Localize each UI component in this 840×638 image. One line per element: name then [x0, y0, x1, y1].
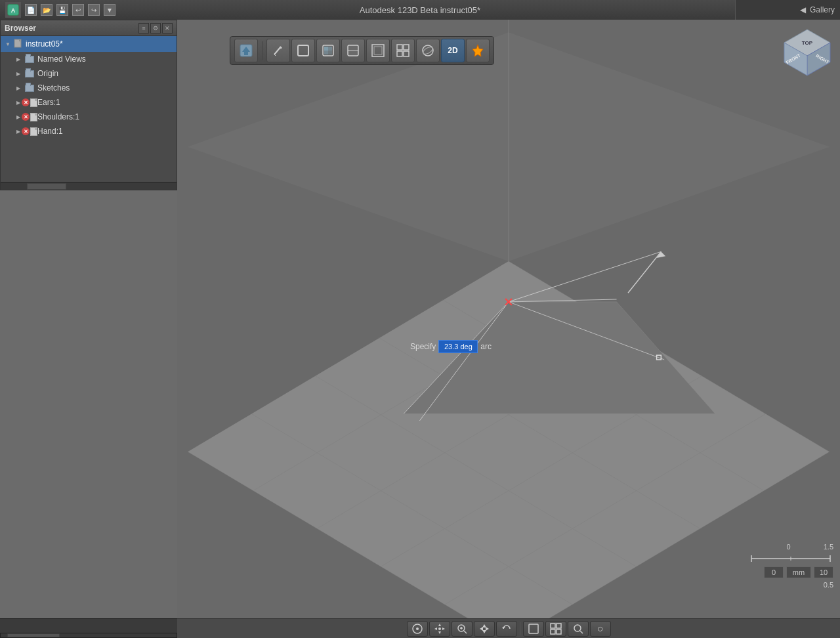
tree-item-ears[interactable]: ▶ ✕ Ears:1	[1, 95, 177, 110]
svg-line-29	[251, 414, 572, 604]
svg-line-31	[379, 337, 700, 528]
grid-btn[interactable]	[391, 39, 415, 62]
save-btn[interactable]: 💾	[56, 4, 68, 16]
2d-btn[interactable]: 2D	[441, 39, 465, 62]
svg-marker-26	[472, 45, 483, 56]
svg-rect-19	[374, 47, 382, 54]
origin-arrow: ▶	[14, 69, 23, 78]
app-icon[interactable]: A	[5, 2, 21, 18]
zoom-fit-btn[interactable]	[452, 621, 472, 637]
view-sel-btn[interactable]	[545, 621, 566, 637]
specify-tooltip: Specify arc	[410, 340, 492, 353]
scale-numbers: 0 1.5	[787, 543, 833, 551]
gallery-strip[interactable]: ◀ Gallery	[735, 0, 840, 20]
sketches-label: Sketches	[37, 83, 70, 93]
svg-rect-10	[298, 45, 308, 56]
svg-rect-14	[324, 51, 328, 54]
redo-title-btn[interactable]: ↪	[88, 4, 100, 16]
frame-btn[interactable]	[366, 39, 390, 62]
tree-item-origin[interactable]: ▶ Origin	[1, 66, 177, 81]
title-bar: A 📄 📂 💾 ↩ ↪ ▼ Autodesk 123D Beta instruc…	[0, 0, 840, 20]
root-expand-arrow: ▼	[3, 39, 12, 49]
browser-scrollbar[interactable]	[1, 182, 177, 190]
svg-line-70	[464, 631, 467, 633]
status-bar	[0, 618, 177, 638]
end-btn[interactable]: ○	[590, 621, 611, 637]
named-views-label: Named Views	[37, 54, 86, 64]
gallery-arrow-icon: ◀	[800, 5, 806, 14]
browser-header-buttons: ≡ ⚙ ✕	[138, 23, 173, 33]
zoom-btn[interactable]	[568, 621, 589, 637]
sketches-arrow: ▶	[14, 83, 23, 93]
svg-marker-64	[438, 624, 441, 626]
open-btn[interactable]: 📂	[41, 4, 52, 16]
svg-line-84	[580, 631, 583, 633]
svg-rect-79	[551, 624, 555, 628]
svg-rect-15	[328, 51, 332, 54]
new-btn[interactable]: 📄	[25, 4, 37, 16]
back-view-btn[interactable]	[341, 39, 365, 62]
viewport-svg	[177, 20, 840, 618]
scale-zoom-box[interactable]: 10	[814, 566, 833, 578]
more-btn[interactable]: ▼	[104, 4, 116, 16]
undo-nav-btn[interactable]	[496, 621, 517, 637]
browser-panel: Browser ≡ ⚙ ✕ ▼ instruct05* ▶ Named View…	[0, 20, 177, 190]
browser-settings-btn[interactable]: ⚙	[150, 23, 161, 33]
browser-header: Browser ≡ ⚙ ✕	[1, 20, 177, 36]
svg-text:TOP: TOP	[802, 40, 813, 46]
tree-item-hand[interactable]: ▶ ✕ Hand:1	[1, 124, 177, 138]
scale-line	[748, 552, 833, 565]
svg-rect-23	[404, 51, 409, 56]
svg-rect-80	[556, 624, 561, 628]
undo-title-btn[interactable]: ↩	[72, 4, 84, 16]
orbit-btn[interactable]	[416, 39, 440, 62]
tree-item-named-views[interactable]: ▶ Named Views	[1, 52, 177, 66]
frame-sel-btn[interactable]	[523, 621, 544, 637]
tree-item-sketches[interactable]: ▶ Sketches	[1, 81, 177, 95]
browser-title: Browser	[5, 24, 36, 33]
hand-error-icon: ✕	[24, 127, 35, 136]
svg-marker-41	[404, 302, 715, 414]
browser-close-btn[interactable]: ✕	[162, 23, 173, 33]
scale-mid-val: 0.5	[824, 581, 833, 589]
scale-bar: 0 1.5 0 mm 10 0.5	[748, 543, 833, 589]
scale-value-box: 0	[764, 566, 784, 578]
viewport[interactable]: Specify arc TOP FRONT RIGHT 0 1.5	[177, 20, 840, 618]
view-cube[interactable]: TOP FRONT RIGHT	[781, 26, 833, 79]
browser-root-item[interactable]: ▼ instruct05*	[1, 36, 177, 52]
svg-rect-49	[657, 355, 662, 360]
svg-line-7	[274, 47, 281, 54]
svg-line-46	[509, 302, 664, 360]
hand-label: Hand:1	[37, 127, 63, 136]
specify-input[interactable]	[438, 340, 478, 353]
svg-marker-66	[434, 627, 437, 630]
specify-label: Specify	[410, 342, 436, 351]
main-toolbar: 2D	[230, 36, 494, 65]
front-view-btn[interactable]	[291, 39, 315, 62]
svg-line-33	[509, 261, 830, 452]
svg-line-45	[509, 251, 661, 301]
pencil-btn[interactable]	[266, 39, 290, 62]
browser-list-btn[interactable]: ≡	[138, 23, 149, 33]
ears-label: Ears:1	[37, 98, 60, 107]
svg-line-48	[505, 299, 512, 305]
home-btn[interactable]	[234, 39, 258, 62]
rotate-view-btn[interactable]	[316, 39, 340, 62]
move-btn[interactable]	[474, 621, 495, 637]
shoulders-error-icon: ✕	[24, 112, 35, 121]
svg-line-36	[381, 375, 702, 566]
svg-rect-13	[328, 47, 332, 51]
svg-line-44	[419, 302, 509, 421]
svg-point-83	[574, 625, 581, 631]
svg-rect-20	[397, 45, 402, 50]
named-views-arrow: ▶	[14, 54, 23, 64]
bottom-toolbar: ○	[177, 618, 840, 638]
pan-btn[interactable]	[429, 621, 450, 637]
tree-item-shoulders[interactable]: ▶ ✕ Shoulders:1	[1, 110, 177, 124]
highlight-btn[interactable]	[466, 39, 490, 62]
svg-marker-51	[657, 251, 666, 258]
scale-unit-box[interactable]: mm	[786, 566, 811, 578]
scale-val1: 1.5	[824, 543, 833, 551]
shoulders-label: Shoulders:1	[37, 112, 79, 121]
snap-btn[interactable]	[407, 621, 428, 637]
